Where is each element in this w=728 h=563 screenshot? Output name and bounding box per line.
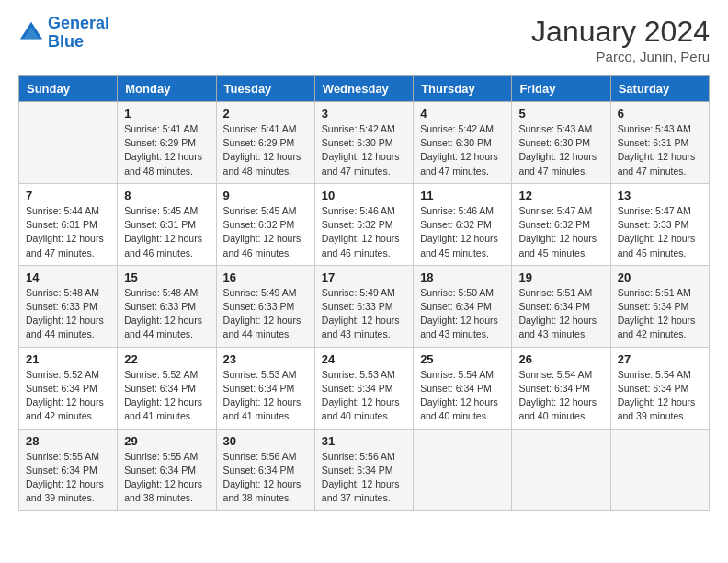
day-number: 9: [223, 189, 308, 202]
logo-line1: General: [48, 14, 109, 32]
day-info: Sunrise: 5:43 AM Sunset: 6:30 PM Dayligh…: [518, 122, 603, 178]
day-info: Sunrise: 5:52 AM Sunset: 6:34 PM Dayligh…: [124, 368, 209, 424]
calendar-cell: 12Sunrise: 5:47 AM Sunset: 6:32 PM Dayli…: [512, 183, 610, 265]
calendar-cell: 4Sunrise: 5:42 AM Sunset: 6:30 PM Daylig…: [414, 102, 512, 184]
calendar-header-cell: Monday: [118, 76, 216, 102]
day-number: 30: [223, 434, 308, 448]
day-number: 24: [322, 352, 406, 366]
day-number: 21: [26, 352, 110, 366]
day-info: Sunrise: 5:50 AM Sunset: 6:34 PM Dayligh…: [420, 286, 505, 342]
calendar-header-cell: Friday: [512, 76, 610, 102]
calendar-cell: 10Sunrise: 5:46 AM Sunset: 6:32 PM Dayli…: [314, 183, 413, 265]
day-number: 13: [618, 189, 702, 202]
day-info: Sunrise: 5:46 AM Sunset: 6:32 PM Dayligh…: [420, 204, 505, 260]
day-number: 26: [518, 352, 603, 366]
calendar-cell: 3Sunrise: 5:42 AM Sunset: 6:30 PM Daylig…: [314, 102, 413, 184]
calendar-cell: 15Sunrise: 5:48 AM Sunset: 6:33 PM Dayli…: [118, 265, 216, 347]
day-info: Sunrise: 5:53 AM Sunset: 6:34 PM Dayligh…: [223, 368, 308, 424]
title-block: January 2024 Parco, Junin, Peru: [531, 15, 710, 64]
calendar-cell: 26Sunrise: 5:54 AM Sunset: 6:34 PM Dayli…: [512, 347, 610, 429]
calendar-cell: [512, 429, 610, 511]
day-info: Sunrise: 5:52 AM Sunset: 6:34 PM Dayligh…: [26, 368, 110, 424]
calendar-cell: [610, 429, 709, 511]
calendar-cell: 9Sunrise: 5:45 AM Sunset: 6:32 PM Daylig…: [216, 183, 314, 265]
calendar-week-row: 7Sunrise: 5:44 AM Sunset: 6:31 PM Daylig…: [19, 183, 710, 265]
day-info: Sunrise: 5:54 AM Sunset: 6:34 PM Dayligh…: [420, 368, 505, 424]
calendar-cell: 22Sunrise: 5:52 AM Sunset: 6:34 PM Dayli…: [118, 347, 216, 429]
day-info: Sunrise: 5:53 AM Sunset: 6:34 PM Dayligh…: [322, 368, 406, 424]
day-info: Sunrise: 5:44 AM Sunset: 6:31 PM Dayligh…: [26, 204, 110, 260]
day-info: Sunrise: 5:51 AM Sunset: 6:34 PM Dayligh…: [518, 286, 603, 342]
logo: General Blue: [18, 15, 109, 52]
day-number: 5: [518, 107, 603, 121]
day-info: Sunrise: 5:56 AM Sunset: 6:34 PM Dayligh…: [322, 450, 406, 506]
day-number: 20: [618, 270, 702, 284]
calendar-cell: 20Sunrise: 5:51 AM Sunset: 6:34 PM Dayli…: [610, 265, 709, 347]
day-number: 28: [26, 434, 110, 448]
calendar-cell: 2Sunrise: 5:41 AM Sunset: 6:29 PM Daylig…: [216, 102, 314, 184]
day-info: Sunrise: 5:51 AM Sunset: 6:34 PM Dayligh…: [618, 286, 702, 342]
calendar-week-row: 1Sunrise: 5:41 AM Sunset: 6:29 PM Daylig…: [19, 102, 710, 184]
calendar-cell: 31Sunrise: 5:56 AM Sunset: 6:34 PM Dayli…: [314, 429, 413, 511]
day-number: 4: [420, 107, 505, 121]
day-number: 3: [322, 107, 406, 121]
calendar-cell: 5Sunrise: 5:43 AM Sunset: 6:30 PM Daylig…: [512, 102, 610, 184]
day-number: 12: [518, 189, 603, 202]
page: General Blue January 2024 Parco, Junin, …: [0, 0, 728, 520]
calendar-cell: 1Sunrise: 5:41 AM Sunset: 6:29 PM Daylig…: [118, 102, 216, 184]
calendar-cell: 27Sunrise: 5:54 AM Sunset: 6:34 PM Dayli…: [610, 347, 709, 429]
subtitle: Parco, Junin, Peru: [531, 49, 710, 64]
calendar-week-row: 14Sunrise: 5:48 AM Sunset: 6:33 PM Dayli…: [19, 265, 710, 347]
calendar-header-cell: Sunday: [19, 76, 118, 102]
calendar-header-cell: Saturday: [610, 76, 709, 102]
day-info: Sunrise: 5:49 AM Sunset: 6:33 PM Dayligh…: [322, 286, 406, 342]
day-info: Sunrise: 5:41 AM Sunset: 6:29 PM Dayligh…: [124, 122, 209, 178]
logo-line2: Blue: [48, 32, 84, 51]
logo-text: General Blue: [48, 15, 109, 52]
day-number: 15: [124, 270, 209, 284]
calendar-cell: [414, 429, 512, 511]
day-number: 19: [518, 270, 603, 284]
calendar-cell: [19, 102, 118, 184]
day-info: Sunrise: 5:43 AM Sunset: 6:31 PM Dayligh…: [618, 122, 702, 178]
calendar-cell: 13Sunrise: 5:47 AM Sunset: 6:33 PM Dayli…: [610, 183, 709, 265]
day-number: 10: [322, 189, 406, 202]
calendar-header-cell: Tuesday: [216, 76, 314, 102]
calendar-cell: 23Sunrise: 5:53 AM Sunset: 6:34 PM Dayli…: [216, 347, 314, 429]
calendar-cell: 30Sunrise: 5:56 AM Sunset: 6:34 PM Dayli…: [216, 429, 314, 511]
day-number: 22: [124, 352, 209, 366]
calendar-cell: 25Sunrise: 5:54 AM Sunset: 6:34 PM Dayli…: [414, 347, 512, 429]
day-info: Sunrise: 5:49 AM Sunset: 6:33 PM Dayligh…: [223, 286, 308, 342]
main-title: January 2024: [531, 15, 710, 49]
day-number: 8: [124, 189, 209, 202]
day-info: Sunrise: 5:55 AM Sunset: 6:34 PM Dayligh…: [124, 450, 209, 506]
day-info: Sunrise: 5:45 AM Sunset: 6:32 PM Dayligh…: [223, 204, 308, 260]
calendar-table: SundayMondayTuesdayWednesdayThursdayFrid…: [18, 75, 710, 511]
calendar-cell: 11Sunrise: 5:46 AM Sunset: 6:32 PM Dayli…: [414, 183, 512, 265]
logo-icon: [18, 20, 44, 46]
day-number: 23: [223, 352, 308, 366]
day-info: Sunrise: 5:42 AM Sunset: 6:30 PM Dayligh…: [420, 122, 505, 178]
calendar-cell: 18Sunrise: 5:50 AM Sunset: 6:34 PM Dayli…: [414, 265, 512, 347]
day-number: 17: [322, 270, 406, 284]
day-number: 11: [420, 189, 505, 202]
calendar-header-cell: Thursday: [414, 76, 512, 102]
header: General Blue January 2024 Parco, Junin, …: [18, 15, 710, 64]
day-number: 27: [618, 352, 702, 366]
calendar-cell: 29Sunrise: 5:55 AM Sunset: 6:34 PM Dayli…: [118, 429, 216, 511]
day-info: Sunrise: 5:41 AM Sunset: 6:29 PM Dayligh…: [223, 122, 308, 178]
calendar-cell: 14Sunrise: 5:48 AM Sunset: 6:33 PM Dayli…: [19, 265, 118, 347]
day-number: 16: [223, 270, 308, 284]
day-number: 25: [420, 352, 505, 366]
day-number: 7: [26, 189, 110, 202]
calendar-cell: 21Sunrise: 5:52 AM Sunset: 6:34 PM Dayli…: [19, 347, 118, 429]
calendar-cell: 17Sunrise: 5:49 AM Sunset: 6:33 PM Dayli…: [314, 265, 413, 347]
day-info: Sunrise: 5:54 AM Sunset: 6:34 PM Dayligh…: [618, 368, 702, 424]
day-info: Sunrise: 5:55 AM Sunset: 6:34 PM Dayligh…: [26, 450, 110, 506]
calendar-cell: 6Sunrise: 5:43 AM Sunset: 6:31 PM Daylig…: [610, 102, 709, 184]
calendar-cell: 8Sunrise: 5:45 AM Sunset: 6:31 PM Daylig…: [118, 183, 216, 265]
calendar-cell: 16Sunrise: 5:49 AM Sunset: 6:33 PM Dayli…: [216, 265, 314, 347]
calendar-week-row: 28Sunrise: 5:55 AM Sunset: 6:34 PM Dayli…: [19, 429, 710, 511]
day-number: 31: [322, 434, 406, 448]
day-number: 18: [420, 270, 505, 284]
